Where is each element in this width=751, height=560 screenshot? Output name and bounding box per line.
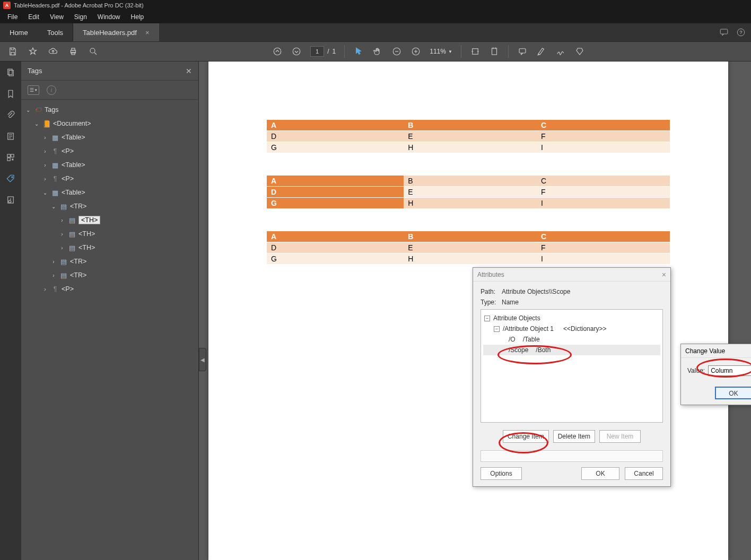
svg-rect-17 bbox=[7, 154, 10, 157]
tab-tools[interactable]: Tools bbox=[38, 23, 73, 41]
attr-type-value: Name bbox=[502, 299, 519, 306]
tree-p-2[interactable]: ›¶ <P> bbox=[21, 172, 198, 186]
save-icon[interactable] bbox=[7, 46, 18, 57]
help-icon[interactable]: ? bbox=[736, 28, 746, 37]
tree-table-3[interactable]: ⌄▦ <Table> bbox=[21, 186, 198, 199]
window-titlebar: A TableHeaders.pdf - Adobe Acrobat Pro D… bbox=[0, 0, 751, 11]
tree-root-tags[interactable]: ⌄🏷 Tags bbox=[21, 103, 198, 117]
rail-attachments-icon[interactable] bbox=[5, 109, 16, 121]
tree-tr-2[interactable]: ›▤ <TR> bbox=[21, 255, 198, 268]
menubar: File Edit View Sign Window Help bbox=[0, 11, 751, 23]
sign-icon[interactable] bbox=[555, 46, 566, 57]
tags-panel: Tags ✕ ☰▾ i ⌄🏷 Tags ⌄📙 <Document> ›▦ <Ta… bbox=[21, 62, 199, 560]
tab-file[interactable]: TableHeaders.pdf × bbox=[73, 23, 159, 41]
attr-o[interactable]: /O/Table bbox=[483, 334, 660, 345]
svg-rect-4 bbox=[72, 48, 75, 50]
search-icon[interactable] bbox=[88, 46, 99, 57]
svg-point-22 bbox=[8, 200, 11, 203]
rail-tags-icon[interactable] bbox=[5, 173, 16, 185]
comments-icon[interactable] bbox=[719, 28, 729, 37]
attr-type-label: Type: bbox=[481, 299, 497, 306]
change-item-button[interactable]: Change Item bbox=[503, 430, 549, 443]
svg-text:?: ? bbox=[739, 30, 742, 35]
tree-tr-1[interactable]: ⌄▤ <TR> bbox=[21, 199, 198, 213]
rail-bookmarks-icon[interactable] bbox=[5, 88, 16, 100]
tree-table-1[interactable]: ›▦ <Table> bbox=[21, 130, 198, 144]
highlight-icon[interactable] bbox=[536, 46, 547, 57]
sample-table-2: ABC DEF GHI bbox=[267, 176, 670, 209]
menu-sign[interactable]: Sign bbox=[69, 13, 92, 21]
options-button[interactable]: Options bbox=[481, 467, 522, 480]
tab-home[interactable]: Home bbox=[0, 23, 38, 41]
zoom-value[interactable]: 111%▼ bbox=[430, 48, 452, 55]
main-toolbar: / 1 111%▼ bbox=[0, 41, 751, 62]
svg-point-6 bbox=[90, 48, 95, 53]
svg-rect-12 bbox=[492, 48, 496, 55]
change-value-dialog: Change Value × Value: OK Cancel bbox=[680, 344, 751, 405]
attributes-dialog-close-icon[interactable]: × bbox=[662, 270, 666, 279]
page-counter: / 1 bbox=[310, 46, 336, 57]
tree-tr-3[interactable]: ›▤ <TR> bbox=[21, 268, 198, 282]
fit-width-icon[interactable] bbox=[470, 46, 481, 57]
new-item-button: New Item bbox=[599, 430, 641, 443]
svg-rect-19 bbox=[7, 158, 10, 161]
attr-tree: −Attribute Objects −/Attribute Object 1<… bbox=[481, 309, 663, 423]
change-value-input[interactable] bbox=[708, 365, 751, 376]
tree-p-3[interactable]: ›¶ <P> bbox=[21, 282, 198, 296]
tree-table-2[interactable]: ›▦ <Table> bbox=[21, 158, 198, 172]
tags-panel-title: Tags bbox=[28, 67, 42, 75]
svg-point-8 bbox=[293, 48, 300, 55]
rail-thumbnails-icon[interactable] bbox=[5, 67, 16, 78]
zoom-in-icon[interactable] bbox=[411, 46, 421, 57]
menu-edit[interactable]: Edit bbox=[23, 13, 45, 21]
tree-p-1[interactable]: ›¶ <P> bbox=[21, 144, 198, 158]
zoom-out-icon[interactable] bbox=[391, 46, 402, 57]
print-icon[interactable] bbox=[68, 46, 78, 57]
tags-options-button[interactable]: ☰▾ bbox=[28, 85, 39, 95]
attr-path-label: Path: bbox=[481, 288, 497, 295]
page-up-icon[interactable] bbox=[272, 46, 283, 57]
attr-path-value: Attribute Objects\\Scope bbox=[502, 288, 570, 295]
attr-ok-button[interactable]: OK bbox=[581, 467, 619, 480]
menu-view[interactable]: View bbox=[45, 13, 69, 21]
tree-th-3[interactable]: ›▤ <TH> bbox=[21, 241, 198, 255]
sample-table-1: ABC DEF GHI bbox=[267, 120, 670, 153]
page-current-input[interactable] bbox=[310, 46, 324, 57]
change-value-title: Change Value bbox=[685, 347, 725, 355]
fit-page-icon[interactable] bbox=[489, 46, 500, 57]
attr-scope[interactable]: /Scope/Both bbox=[483, 345, 660, 355]
svg-rect-13 bbox=[519, 49, 526, 53]
attr-status-bar bbox=[481, 450, 663, 462]
hand-icon[interactable] bbox=[372, 46, 383, 57]
tab-close-icon[interactable]: × bbox=[145, 29, 150, 37]
menu-window[interactable]: Window bbox=[92, 13, 126, 21]
svg-rect-11 bbox=[473, 49, 478, 55]
rail-order-icon[interactable] bbox=[5, 152, 16, 163]
page-total: 1 bbox=[333, 48, 336, 55]
change-value-ok-button[interactable]: OK bbox=[715, 387, 751, 399]
menu-file[interactable]: File bbox=[2, 13, 23, 21]
attr-object-1[interactable]: −/Attribute Object 1<<Dictionary>> bbox=[483, 323, 660, 334]
comment-icon[interactable] bbox=[517, 46, 528, 57]
menu-help[interactable]: Help bbox=[126, 13, 150, 21]
sample-table-3: ABC DEF GHI bbox=[267, 231, 670, 265]
tree-th-1[interactable]: ›▤ <TH> bbox=[21, 213, 198, 227]
tree-document[interactable]: ⌄📙 <Document> bbox=[21, 117, 198, 130]
tab-file-label: TableHeaders.pdf bbox=[83, 29, 137, 37]
star-icon[interactable] bbox=[28, 46, 38, 57]
pointer-icon[interactable] bbox=[353, 46, 364, 57]
more-tools-icon[interactable] bbox=[574, 46, 585, 57]
rail-accessibility-icon[interactable] bbox=[5, 194, 16, 206]
tree-th-2[interactable]: ›▤ <TH> bbox=[21, 227, 198, 241]
document-tabbar: Home Tools TableHeaders.pdf × ? bbox=[0, 23, 751, 41]
tags-info-icon[interactable]: i bbox=[47, 85, 56, 95]
tags-panel-close-icon[interactable]: ✕ bbox=[186, 67, 192, 75]
attr-cancel-button[interactable]: Cancel bbox=[625, 467, 663, 480]
delete-item-button[interactable]: Delete Item bbox=[553, 430, 595, 443]
rail-content-icon[interactable] bbox=[5, 130, 16, 142]
page-down-icon[interactable] bbox=[291, 46, 302, 57]
panel-collapse-handle[interactable]: ◀ bbox=[199, 348, 206, 371]
svg-rect-5 bbox=[72, 52, 75, 55]
cloud-upload-icon[interactable] bbox=[48, 46, 58, 57]
attr-root[interactable]: −Attribute Objects bbox=[483, 313, 660, 323]
